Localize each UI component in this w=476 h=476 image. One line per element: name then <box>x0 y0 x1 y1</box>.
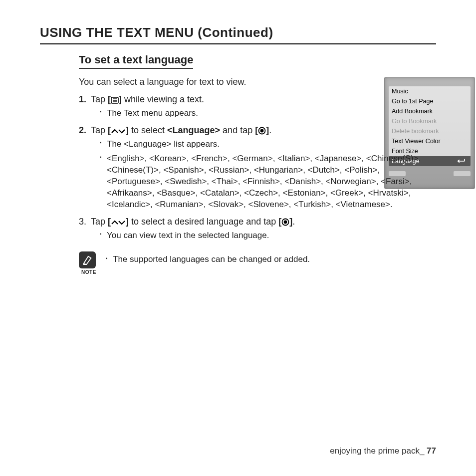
svg-point-7 <box>284 220 287 224</box>
step-3: 3. Tap [] to select a desired language a… <box>79 217 436 241</box>
up-down-icon <box>111 219 126 226</box>
step-2: 2. Tap [] to select <Language> and tap [… <box>79 125 436 211</box>
svg-point-5 <box>260 129 264 133</box>
step-sub: The <Language> list appears. <box>100 139 436 150</box>
note-label: NOTE <box>79 269 99 275</box>
step-number: 2. <box>79 125 91 136</box>
step-text: Tap [] while viewing a text. <box>91 94 204 105</box>
step-number: 1. <box>79 94 91 105</box>
note-icon <box>79 251 96 268</box>
note-text: The supported languages can be changed o… <box>106 251 310 264</box>
select-icon <box>258 127 266 135</box>
page-footer: enjoying the prime pack_ 77 <box>330 446 436 456</box>
section-title: To set a text language <box>79 53 193 69</box>
language-list: <English>, <Korean>, <French>, <German>,… <box>100 153 424 211</box>
note-block: NOTE The supported languages can be chan… <box>79 251 436 275</box>
up-down-icon <box>111 128 126 135</box>
step-number: 3. <box>79 217 91 227</box>
step-text: Tap [] to select <Language> and tap []. <box>91 125 271 136</box>
menu-item: Music <box>389 86 471 96</box>
page-number: 77 <box>427 446 436 456</box>
menu-icon <box>111 97 119 104</box>
return-icon <box>457 158 468 164</box>
page-title: USING THE TEXT MENU (Continued) <box>40 25 436 44</box>
intro-text: You can select a language for text to vi… <box>79 77 436 87</box>
menu-item: Delete bookmark <box>389 126 471 136</box>
step-text: Tap [] to select a desired language and … <box>91 217 295 227</box>
step-sub: You can view text in the selected langua… <box>100 230 436 241</box>
select-icon <box>281 218 289 226</box>
step-1: 1. Tap [] while viewing a text. The Text… <box>79 94 436 119</box>
step-sub: The Text menu appears. <box>100 108 436 119</box>
menu-item: Go to 1st Page <box>389 96 471 106</box>
